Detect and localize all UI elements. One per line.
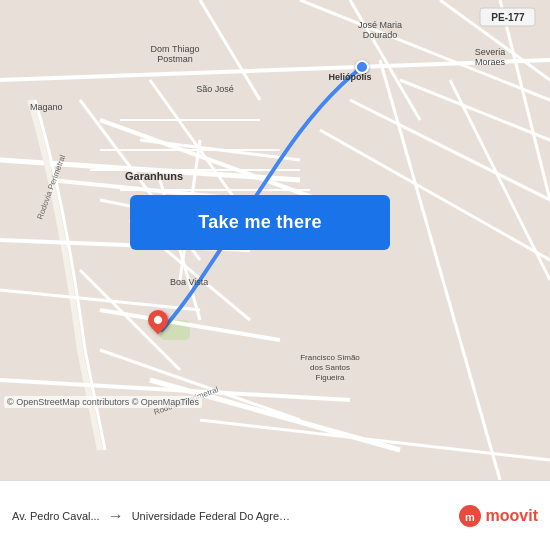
route-to-label: Universidade Federal Do Agrest... (132, 510, 292, 522)
svg-text:Heliópolis: Heliópolis (328, 72, 371, 82)
svg-text:m: m (465, 511, 475, 523)
svg-text:PE-177: PE-177 (491, 12, 525, 23)
svg-text:São José: São José (196, 84, 234, 94)
svg-text:Magano: Magano (30, 102, 63, 112)
route-arrow-icon: → (108, 507, 124, 525)
svg-text:Dourado: Dourado (363, 30, 398, 40)
main-container: PE-177 José Maria Dourado Severia Moraes… (0, 0, 550, 550)
svg-text:José Maria: José Maria (358, 20, 402, 30)
svg-text:Severia: Severia (475, 47, 506, 57)
moovit-text: moovit (486, 507, 538, 525)
svg-text:Dom Thiago: Dom Thiago (151, 44, 200, 54)
route-from-label: Av. Pedro Caval... (12, 510, 100, 522)
bottom-bar: Av. Pedro Caval... → Universidade Federa… (0, 480, 550, 550)
svg-text:dos Santos: dos Santos (310, 363, 350, 372)
svg-text:Postman: Postman (157, 54, 193, 64)
map-attribution: © OpenStreetMap contributors © OpenMapTi… (4, 396, 202, 408)
moovit-icon: m (458, 504, 482, 528)
take-me-there-button[interactable]: Take me there (130, 195, 390, 250)
svg-text:Garanhuns: Garanhuns (125, 170, 183, 182)
svg-text:Francisco Simão: Francisco Simão (300, 353, 360, 362)
svg-text:Figueira: Figueira (316, 373, 345, 382)
origin-marker (355, 60, 369, 74)
svg-text:Boa Vista: Boa Vista (170, 277, 208, 287)
button-overlay: Take me there (130, 195, 390, 250)
svg-text:Moraes: Moraes (475, 57, 506, 67)
moovit-logo: m moovit (458, 504, 538, 528)
map-area: PE-177 José Maria Dourado Severia Moraes… (0, 0, 550, 480)
route-info: Av. Pedro Caval... → Universidade Federa… (12, 507, 458, 525)
